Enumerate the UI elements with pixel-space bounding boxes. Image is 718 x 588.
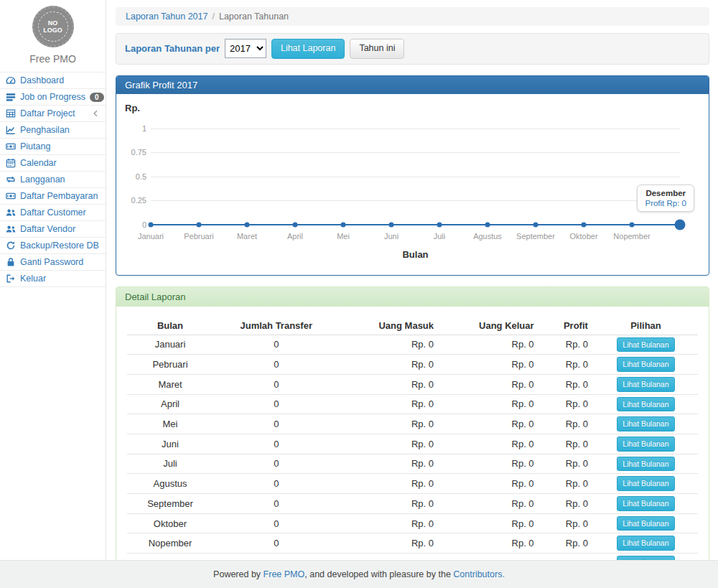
y-axis-label: Rp. (125, 103, 140, 113)
table-row: Nopember0Rp. 0Rp. 0Rp. 0Lihat Bulanan (127, 533, 698, 554)
cell-profit: Rp. 0 (540, 374, 594, 394)
profit-line-chart: Rp. Desember Profit Rp: 0 Bulan JanuariP… (125, 103, 700, 266)
lihat-bulanan-button[interactable]: Lihat Bulanan (617, 496, 674, 511)
chevron-left-icon (91, 109, 100, 118)
sidebar-item-label: Daftar Project (20, 108, 75, 118)
cell-uang_masuk: Rp. 0 (340, 335, 440, 355)
sidebar-item-penghasilan[interactable]: Penghasilan (0, 122, 106, 139)
sidebar-item-piutang[interactable]: Piutang (0, 139, 106, 155)
sidebar-item-calendar[interactable]: Calendar (0, 155, 106, 172)
tahun-ini-button[interactable]: Tahun ini (350, 39, 404, 59)
gridline (151, 177, 680, 177)
cell-pilihan: Lihat Bulanan (594, 355, 698, 375)
column-header-bulan: Bulan (127, 317, 213, 335)
money-icon (6, 191, 16, 201)
table-row: April0Rp. 0Rp. 0Rp. 0Lihat Bulanan (127, 394, 698, 414)
table-row: Oktober0Rp. 0Rp. 0Rp. 0Lihat Bulanan (127, 513, 698, 533)
x-tick-label: Juni (384, 232, 398, 241)
sidebar-item-backup-restore-db[interactable]: Backup/Restore DB (0, 238, 106, 254)
cell-uang_keluar: Rp. 0 (439, 394, 540, 414)
cell-jumlah_transfer: 0 (213, 414, 340, 434)
column-header-uang-keluar: Uang Keluar (439, 317, 540, 335)
lihat-bulanan-button[interactable]: Lihat Bulanan (617, 536, 674, 551)
y-tick-label: 1 (125, 124, 146, 133)
cell-bulan: Agustus (127, 474, 213, 494)
lihat-bulanan-button[interactable]: Lihat Bulanan (617, 416, 674, 431)
cell-jumlah_transfer: 0 (213, 474, 340, 494)
sidebar-item-daftar-vendor[interactable]: Daftar Vendor (0, 221, 106, 238)
cell-bulan: Mei (127, 414, 213, 434)
lihat-bulanan-button[interactable]: Lihat Bulanan (617, 476, 674, 491)
data-point-pebruari[interactable] (197, 222, 202, 227)
cell-bulan: Pebruari (127, 355, 213, 375)
sidebar-item-job-on-progress[interactable]: Job on Progress0 (0, 89, 106, 106)
cell-uang_masuk: Rp. 0 (340, 355, 440, 375)
lihat-bulanan-button[interactable]: Lihat Bulanan (617, 377, 674, 392)
detail-panel-title: Detail Laporan (116, 287, 709, 307)
column-header-pilihan: Pilihan (594, 317, 698, 335)
cell-pilihan: Lihat Bulanan (594, 335, 698, 355)
data-point-agustus[interactable] (485, 222, 490, 227)
no-logo-inner-ring: NO LOGO (38, 11, 68, 42)
free-pmo-link[interactable]: Free PMO (264, 569, 305, 579)
lihat-bulanan-button[interactable]: Lihat Bulanan (617, 357, 674, 372)
cell-jumlah_transfer: 0 (213, 394, 340, 414)
sidebar-item-label: Backup/Restore DB (20, 241, 99, 251)
table-row: Maret0Rp. 0Rp. 0Rp. 0Lihat Bulanan (127, 374, 698, 394)
lihat-bulanan-button[interactable]: Lihat Bulanan (617, 516, 674, 531)
data-point-maret[interactable] (245, 222, 250, 227)
column-header-jumlah-transfer: Jumlah Transfer (213, 317, 340, 335)
year-select[interactable]: 2017 (225, 39, 266, 58)
data-point-september[interactable] (533, 222, 538, 227)
data-point-mei[interactable] (341, 222, 346, 227)
chart-plot-area: Desember Profit Rp: 0 Bulan JanuariPebru… (151, 103, 680, 266)
data-point-nopember[interactable] (630, 222, 635, 227)
sidebar-item-daftar-customer[interactable]: Daftar Customer (0, 205, 106, 221)
x-tick-label: Oktober (569, 232, 597, 241)
breadcrumb-link-laporan-tahun[interactable]: Laporan Tahun 2017 (126, 11, 208, 22)
data-point-juni[interactable] (389, 222, 394, 227)
cell-pilihan: Lihat Bulanan (594, 474, 698, 494)
cell-pilihan: Lihat Bulanan (594, 394, 698, 414)
sidebar-item-label: Ganti Password (20, 257, 83, 267)
lihat-laporan-button[interactable]: Lihat Laporan (271, 39, 345, 59)
table-row: Juli0Rp. 0Rp. 0Rp. 0Lihat Bulanan (127, 454, 698, 474)
tooltip-month: Desember (645, 189, 686, 197)
data-point-oktober[interactable] (582, 222, 587, 227)
lihat-bulanan-button[interactable]: Lihat Bulanan (617, 337, 674, 353)
sidebar-item-dashboard[interactable]: Dashboard (0, 73, 106, 89)
data-point-januari[interactable] (149, 222, 154, 227)
sidebar-item-keluar[interactable]: Keluar (0, 271, 106, 287)
sidebar-item-label: Langganan (20, 174, 65, 185)
cell-uang_masuk: Rp. 0 (340, 394, 440, 414)
x-tick-label: Pebruari (184, 232, 214, 241)
cell-bulan: Nopember (127, 533, 213, 554)
profit-series-line (151, 224, 680, 225)
sidebar-menu: DashboardJob on Progress0Daftar ProjectP… (0, 72, 106, 287)
sidebar-item-daftar-pembayaran[interactable]: Daftar Pembayaran (0, 188, 106, 205)
contributors-link[interactable]: Contributors. (453, 569, 505, 579)
cell-profit: Rp. 0 (540, 454, 594, 474)
lihat-bulanan-button[interactable]: Lihat Bulanan (617, 437, 674, 452)
cell-uang_masuk: Rp. 0 (340, 494, 440, 514)
lihat-bulanan-button[interactable]: Lihat Bulanan (617, 397, 674, 412)
data-point-desember[interactable] (675, 219, 686, 230)
no-logo-badge: NO LOGO (32, 6, 74, 47)
x-tick-label: Juli (434, 232, 446, 241)
cell-pilihan: Lihat Bulanan (594, 414, 698, 434)
sidebar: NO LOGO Free PMO DashboardJob on Progres… (0, 0, 106, 560)
cell-uang_masuk: Rp. 0 (340, 414, 440, 434)
cell-jumlah_transfer: 0 (213, 494, 340, 514)
data-point-juli[interactable] (437, 222, 442, 227)
data-point-april[interactable] (293, 222, 298, 227)
sidebar-item-daftar-project[interactable]: Daftar Project (0, 106, 106, 122)
sidebar-item-langganan[interactable]: Langganan (0, 172, 106, 188)
cell-pilihan: Lihat Bulanan (594, 533, 698, 554)
sidebar-item-ganti-password[interactable]: Ganti Password (0, 254, 106, 271)
sidebar-item-label: Daftar Customer (20, 207, 86, 218)
cell-uang_keluar: Rp. 0 (439, 513, 540, 533)
breadcrumb-current: Laporan Tahunan (219, 11, 289, 22)
lihat-bulanan-button[interactable]: Lihat Bulanan (617, 457, 674, 472)
logo-area: NO LOGO Free PMO (0, 0, 106, 72)
x-tick-label: Maret (237, 232, 257, 241)
